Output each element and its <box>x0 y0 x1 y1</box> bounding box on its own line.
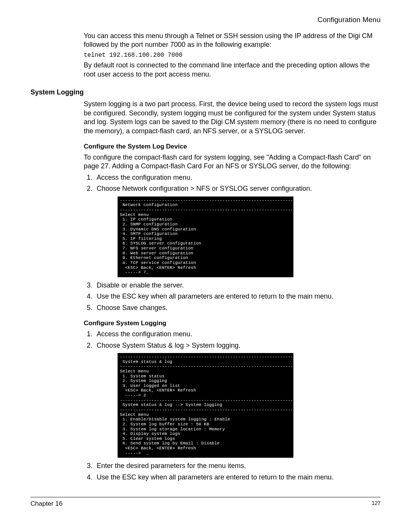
system-logging-paragraph: System logging is a two part process. Fi… <box>84 100 381 136</box>
list-item: Choose Save changes. <box>94 304 381 312</box>
section-heading-system-logging: System Logging <box>30 88 381 97</box>
terminal-screenshot-system-status: ----------------------------------------… <box>118 353 293 458</box>
configure-device-steps-b: Disable or enable the server. Use the ES… <box>84 281 381 312</box>
subsection-heading-configure-logging: Configure System Logging <box>84 319 381 328</box>
page-header-title: Configuration Menu <box>30 15 381 25</box>
list-item: Access the configuration menu. <box>94 173 381 182</box>
configure-logging-steps-a: Access the configuration menu. Choose Sy… <box>84 330 381 350</box>
intro-code-example: telnet 192.168.100.200 7000 <box>84 51 381 59</box>
intro-paragraph-2: By default root is connected to the comm… <box>84 61 381 79</box>
intro-paragraph-1: You can access this menu through a Telne… <box>84 32 381 50</box>
page-footer: Chapter 16 127 <box>30 497 381 508</box>
list-item: Use the ESC key when all parameters are … <box>94 292 381 301</box>
terminal-screenshot-network-config: ----------------------------------------… <box>118 197 293 277</box>
configure-device-steps-a: Access the configuration menu. Choose Ne… <box>84 173 381 193</box>
subsection-heading-configure-device: Configure the System Log Device <box>84 142 381 151</box>
list-item: Enter the desired parameters for the men… <box>94 462 381 470</box>
list-item: Disable or enable the server. <box>94 281 381 290</box>
list-item: Choose Network configuration > NFS or SY… <box>94 184 381 193</box>
list-item: Use the ESC key when all parameters are … <box>94 473 381 482</box>
footer-page-number: 127 <box>372 500 381 508</box>
list-item: Choose System Status & log > System logg… <box>94 341 381 350</box>
configure-logging-steps-b: Enter the desired parameters for the men… <box>84 462 381 482</box>
configure-device-paragraph: To configure the compact-flash card for … <box>84 153 381 171</box>
list-item: Access the configuration menu. <box>94 330 381 339</box>
footer-chapter: Chapter 16 <box>30 500 62 508</box>
